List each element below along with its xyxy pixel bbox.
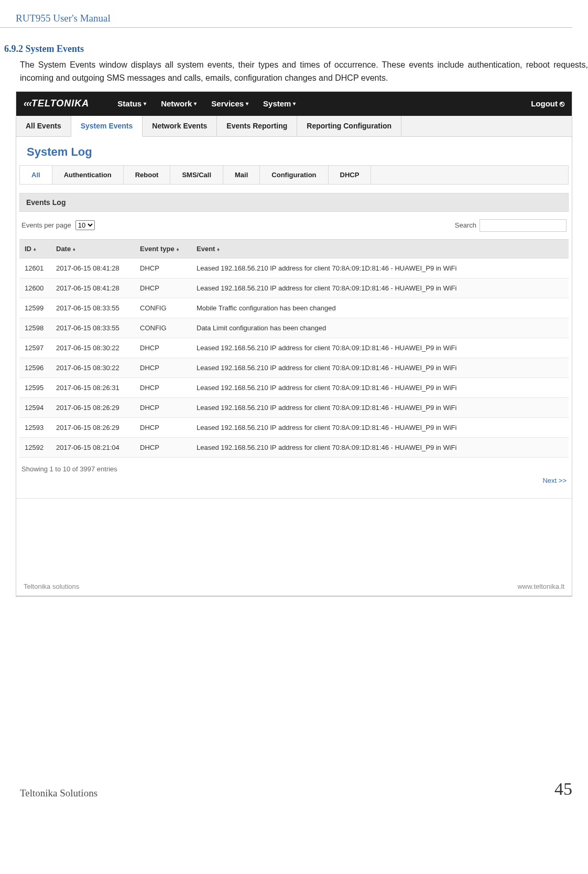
col-id[interactable]: ID ♦ <box>25 245 56 253</box>
subtab-all[interactable]: All <box>20 166 52 184</box>
table-header: ID ♦ Date ♦ Event type ♦ Event ♦ <box>19 239 569 258</box>
section-title: System Events <box>26 44 84 54</box>
tab-events-reporting[interactable]: Events Reporting <box>217 116 297 136</box>
table-row: 126002017-06-15 08:41:28DHCPLeased 192.1… <box>19 278 569 298</box>
sort-icon: ♦ <box>73 246 75 252</box>
screenshot-footer-right: www.teltonika.lt <box>517 582 564 590</box>
cell-id: 12592 <box>25 444 56 451</box>
entries-status: Showing 1 to 10 of 3997 entries <box>21 465 117 484</box>
cell-id: 12598 <box>25 324 56 332</box>
cell-event: Leased 192.168.56.210 IP address for cli… <box>197 444 563 451</box>
table-row: 125922017-06-15 08:21:04DHCPLeased 192.1… <box>19 438 569 458</box>
topnav-item[interactable]: Network▾ <box>161 99 197 108</box>
cell-event: Leased 192.168.56.210 IP address for cli… <box>197 364 563 372</box>
cell-id: 12600 <box>25 284 56 292</box>
tab-reporting-configuration[interactable]: Reporting Configuration <box>297 116 401 136</box>
chevron-down-icon: ▾ <box>194 101 197 106</box>
screenshot-footer-left: Teltonika solutions <box>24 582 79 590</box>
sort-icon: ♦ <box>176 246 179 252</box>
brand-logo: ‹‹‹TELTONIKA <box>24 98 89 109</box>
cell-id: 12601 <box>25 264 56 272</box>
cell-event: Leased 192.168.56.210 IP address for cli… <box>197 384 563 392</box>
subtab-configuration[interactable]: Configuration <box>260 166 328 184</box>
section-heading: 6.9.2 System Events <box>0 44 588 55</box>
table-row: 125932017-06-15 08:26:29DHCPLeased 192.1… <box>19 418 569 438</box>
cell-type: DHCP <box>140 344 197 352</box>
cell-type: DHCP <box>140 404 197 412</box>
cell-type: DHCP <box>140 364 197 372</box>
subtab-reboot[interactable]: Reboot <box>124 166 171 184</box>
cell-event: Leased 192.168.56.210 IP address for cli… <box>197 424 563 431</box>
chevron-down-icon: ▾ <box>144 101 146 106</box>
cell-date: 2017-06-15 08:30:22 <box>56 344 140 352</box>
cell-date: 2017-06-15 08:33:55 <box>56 324 140 332</box>
cell-type: CONFIG <box>140 324 197 332</box>
cell-date: 2017-06-15 08:21:04 <box>56 444 140 451</box>
body-paragraph: The System Events window displays all sy… <box>0 55 588 91</box>
table-row: 125982017-06-15 08:33:55CONFIGData Limit… <box>19 318 569 338</box>
topnav-item[interactable]: Status▾ <box>117 99 146 108</box>
subtab-authentication[interactable]: Authentication <box>52 166 124 184</box>
page-title: System Log <box>16 137 572 165</box>
table-row: 125962017-06-15 08:30:22DHCPLeased 192.1… <box>19 358 569 378</box>
footer-divider <box>16 596 572 597</box>
per-page-select[interactable]: 10 <box>75 220 95 230</box>
table-row: 125942017-06-15 08:26:29DHCPLeased 192.1… <box>19 398 569 418</box>
tab-network-events[interactable]: Network Events <box>143 116 217 136</box>
cell-type: CONFIG <box>140 304 197 312</box>
next-button[interactable]: Next >> <box>542 465 567 484</box>
cell-event: Leased 192.168.56.210 IP address for cli… <box>197 344 563 352</box>
cell-date: 2017-06-15 08:41:28 <box>56 284 140 292</box>
cell-id: 12593 <box>25 424 56 431</box>
cell-id: 12595 <box>25 384 56 392</box>
sort-icon: ♦ <box>34 246 36 252</box>
cell-event: Data Limit configuration has been change… <box>197 324 563 332</box>
cell-type: DHCP <box>140 264 197 272</box>
topnav-item[interactable]: Services▾ <box>211 99 248 108</box>
per-page-label: Events per page <box>21 221 71 229</box>
cell-id: 12594 <box>25 404 56 412</box>
search-input[interactable] <box>480 219 567 232</box>
subtab-dhcp[interactable]: DHCP <box>329 166 372 184</box>
cell-event: Leased 192.168.56.210 IP address for cli… <box>197 404 563 412</box>
document-footer-left: Teltonika Solutions <box>20 787 97 799</box>
table-row: 125992017-06-15 08:33:55CONFIGMobile Tra… <box>19 298 569 318</box>
table-row: 125952017-06-15 08:26:31DHCPLeased 192.1… <box>19 378 569 398</box>
sort-icon: ♦ <box>217 246 220 252</box>
chevron-down-icon: ▾ <box>293 101 296 106</box>
logout-link[interactable]: Logout⎋ <box>531 99 564 108</box>
cell-event: Mobile Traffic configuration has been ch… <box>197 304 563 312</box>
col-type[interactable]: Event type ♦ <box>140 245 197 253</box>
cell-id: 12596 <box>25 364 56 372</box>
col-date[interactable]: Date ♦ <box>56 245 140 253</box>
cell-date: 2017-06-15 08:26:29 <box>56 424 140 431</box>
screenshot-container: ‹‹‹TELTONIKA Status▾Network▾Services▾Sys… <box>16 91 572 596</box>
events-log-header: Events Log <box>19 193 569 212</box>
section-number: 6.9.2 <box>4 44 23 54</box>
cell-event: Leased 192.168.56.210 IP address for cli… <box>197 264 563 272</box>
search-label: Search <box>455 221 476 229</box>
topnav-item[interactable]: System▾ <box>263 99 296 108</box>
tab-all-events[interactable]: All Events <box>16 116 71 136</box>
cell-date: 2017-06-15 08:41:28 <box>56 264 140 272</box>
cell-type: DHCP <box>140 444 197 451</box>
cell-id: 12597 <box>25 344 56 352</box>
table-row: 126012017-06-15 08:41:28DHCPLeased 192.1… <box>19 258 569 278</box>
cell-date: 2017-06-15 08:26:29 <box>56 404 140 412</box>
header-divider <box>0 27 572 28</box>
cell-type: DHCP <box>140 284 197 292</box>
chevron-down-icon: ▾ <box>246 101 248 106</box>
cell-date: 2017-06-15 08:26:31 <box>56 384 140 392</box>
col-event[interactable]: Event ♦ <box>197 245 563 253</box>
table-row: 125972017-06-15 08:30:22DHCPLeased 192.1… <box>19 338 569 358</box>
subtab-sms-call[interactable]: SMS/Call <box>170 166 223 184</box>
cell-type: DHCP <box>140 424 197 431</box>
subtab-mail[interactable]: Mail <box>223 166 260 184</box>
cell-event: Leased 192.168.56.210 IP address for cli… <box>197 284 563 292</box>
document-header: RUT955 User's Manual <box>0 13 588 24</box>
cell-id: 12599 <box>25 304 56 312</box>
cell-date: 2017-06-15 08:30:22 <box>56 364 140 372</box>
page-number: 45 <box>554 779 572 799</box>
logout-icon: ⎋ <box>560 99 564 108</box>
tab-system-events[interactable]: System Events <box>71 116 143 137</box>
